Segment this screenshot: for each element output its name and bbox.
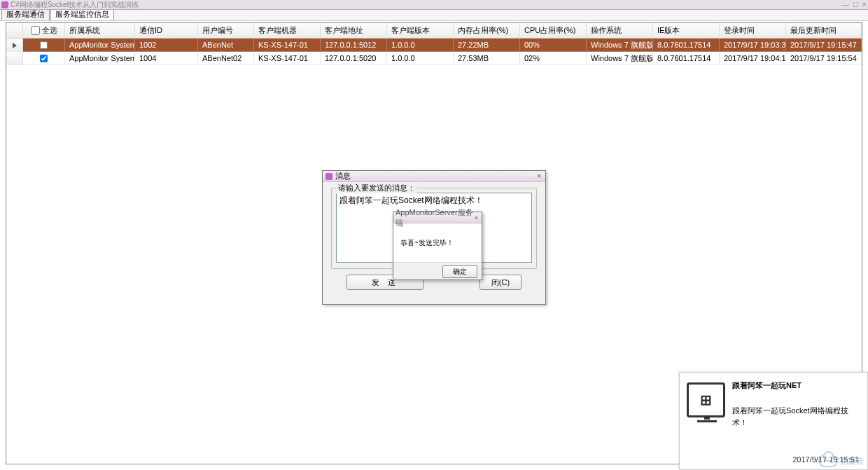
col-client-ver[interactable]: 客户端版本 bbox=[387, 23, 454, 38]
minimize-button[interactable]: — bbox=[841, 0, 849, 8]
close-button[interactable]: 闭(C) bbox=[479, 275, 522, 290]
col-client-addr[interactable]: 客户端地址 bbox=[321, 23, 387, 38]
cell-ie: 8.0.7601.17514 bbox=[653, 52, 720, 65]
cell-login: 2017/9/17 19:04:11 bbox=[720, 52, 786, 65]
app-icon bbox=[1, 1, 8, 8]
grid-header: 全选 所属系统 通信ID 用户编号 客户端机器 客户端地址 客户端版本 内存占用… bbox=[6, 23, 862, 39]
col-mem-usage[interactable]: 内存占用率(%) bbox=[454, 23, 520, 38]
fieldset-legend: 请输入要发送的消息： bbox=[336, 183, 417, 193]
row-indicator bbox=[6, 52, 23, 65]
cell-client: KS-XS-147-01 bbox=[254, 52, 321, 65]
window-controls: — □ × bbox=[841, 0, 867, 8]
maximize-button[interactable]: □ bbox=[853, 0, 858, 8]
cell-mem: 27.53MB bbox=[454, 52, 520, 65]
tab-strip: 服务端通信 服务端监控信息 bbox=[0, 10, 868, 21]
cell-update: 2017/9/17 19:15:47 bbox=[786, 39, 862, 52]
col-cpu-usage[interactable]: CPU占用率(%) bbox=[520, 23, 587, 38]
select-all-checkbox[interactable] bbox=[31, 26, 40, 35]
row-checkbox[interactable] bbox=[40, 55, 48, 62]
close-icon[interactable]: × bbox=[473, 214, 479, 221]
cell-os: Windows 7 旗舰版 bbox=[587, 39, 653, 52]
table-row[interactable]: AppMonitor System 1004 ABenNet02 KS-XS-1… bbox=[6, 52, 862, 65]
watermark: 亿速云 bbox=[818, 455, 864, 467]
current-row-icon bbox=[13, 43, 17, 48]
col-update-time[interactable]: 最后更新时间 bbox=[786, 23, 862, 38]
table-row[interactable]: AppMonitor System 1002 ABenNet KS-XS-147… bbox=[6, 39, 862, 52]
cell-addr: 127.0.0.1:5020 bbox=[321, 52, 387, 65]
cell-ver: 1.0.0.0 bbox=[387, 52, 454, 65]
cell-user-id: ABenNet bbox=[198, 39, 254, 52]
select-all-label: 全选 bbox=[42, 25, 57, 36]
col-ie-version[interactable]: IE版本 bbox=[653, 23, 720, 38]
watermark-text: 亿速云 bbox=[841, 456, 864, 466]
cell-comm-id: 1002 bbox=[135, 39, 198, 52]
row-indicator bbox=[6, 39, 23, 52]
dialog-icon bbox=[326, 173, 332, 180]
cell-ie: 8.0.7601.17514 bbox=[653, 39, 720, 52]
col-login-time[interactable]: 登录时间 bbox=[720, 23, 786, 38]
cell-login: 2017/9/17 19:03:34 bbox=[720, 39, 786, 52]
confirm-dialog: AppMonitorServer服务端 × 恭喜~发送完毕！ 确定 bbox=[393, 212, 482, 280]
row-selector-header bbox=[6, 23, 23, 38]
monitor-icon: ⊞ bbox=[687, 380, 725, 462]
dialog-titlebar[interactable]: 消息 × bbox=[323, 171, 545, 182]
window-title: C#网络编程Socket技术从入门到实战演练 bbox=[10, 0, 139, 10]
row-checkbox[interactable] bbox=[40, 41, 48, 49]
cell-user-id: ABenNet02 bbox=[198, 52, 254, 65]
cell-os: Windows 7 旗舰版 bbox=[587, 52, 653, 65]
confirm-title: AppMonitorServer服务端 bbox=[396, 207, 473, 228]
cell-client: KS-XS-147-01 bbox=[254, 39, 321, 52]
titlebar: C#网络编程Socket技术从入门到实战演练 — □ × bbox=[0, 0, 868, 10]
col-system[interactable]: 所属系统 bbox=[65, 23, 135, 38]
cell-ver: 1.0.0.0 bbox=[387, 39, 454, 52]
dialog-title: 消息 bbox=[335, 171, 351, 181]
confirm-message: 恭喜~发送完毕！ bbox=[393, 223, 482, 263]
ok-button[interactable]: 确定 bbox=[442, 265, 477, 278]
toast-text: 跟着阿笨一起玩NET 跟着阿笨一起玩Socket网络编程技术！ bbox=[732, 380, 860, 462]
col-os[interactable]: 操作系统 bbox=[587, 23, 653, 38]
close-button[interactable]: × bbox=[862, 0, 867, 8]
close-icon[interactable]: × bbox=[536, 172, 542, 180]
windows-logo-icon: ⊞ bbox=[700, 392, 712, 408]
cell-system: AppMonitor System bbox=[65, 39, 135, 52]
cell-comm-id: 1004 bbox=[135, 52, 198, 65]
cloud-icon bbox=[818, 455, 838, 467]
confirm-titlebar[interactable]: AppMonitorServer服务端 × bbox=[393, 212, 482, 223]
grid-body: AppMonitor System 1002 ABenNet KS-XS-147… bbox=[6, 39, 862, 65]
toast-line1: 跟着阿笨一起玩NET bbox=[732, 380, 860, 392]
cell-cpu: 00% bbox=[520, 39, 587, 52]
col-client-host[interactable]: 客户端机器 bbox=[254, 23, 321, 38]
toast-line2: 跟着阿笨一起玩Socket网络编程技术！ bbox=[732, 405, 860, 429]
col-user-id[interactable]: 用户编号 bbox=[198, 23, 254, 38]
cell-addr: 127.0.0.1:5012 bbox=[321, 39, 387, 52]
cell-update: 2017/9/17 19:15:54 bbox=[786, 52, 862, 65]
cell-cpu: 02% bbox=[520, 52, 587, 65]
col-comm-id[interactable]: 通信ID bbox=[135, 23, 198, 38]
col-select-all[interactable]: 全选 bbox=[23, 23, 65, 38]
cell-mem: 27.22MB bbox=[454, 39, 520, 52]
cell-system: AppMonitor System bbox=[65, 52, 135, 65]
